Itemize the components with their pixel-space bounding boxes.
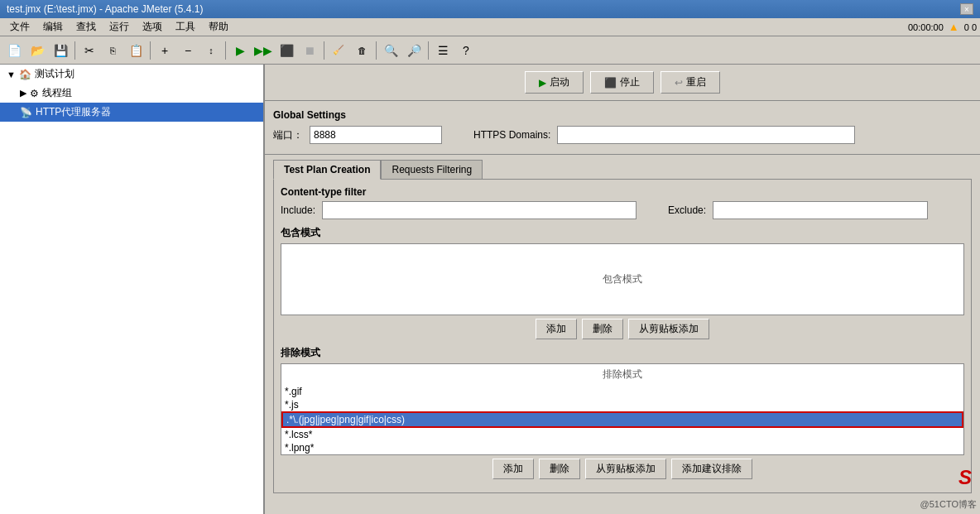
exclude-list-item-0[interactable]: *.gif: [281, 385, 963, 398]
include-label: Include:: [281, 204, 315, 216]
https-domains-label: HTTPS Domains:: [473, 129, 550, 141]
include-paste-button[interactable]: 从剪贴板添加: [628, 319, 709, 339]
https-domains-input[interactable]: [557, 126, 855, 144]
tree-item-2[interactable]: 📡 HTTP代理服务器: [0, 103, 263, 122]
timer-display: 00:00:00: [908, 22, 944, 32]
exclude-mode-center-label: 排除模式: [281, 364, 963, 382]
menu-bar: 文件 编辑 查找 运行 选项 工具 帮助 00:00:00 ▲ 0 0: [0, 18, 980, 36]
menu-run[interactable]: 运行: [103, 18, 136, 36]
separator-1: [74, 41, 75, 60]
exclude-label: Exclude:: [668, 204, 706, 216]
port-row: 端口： HTTPS Domains:: [273, 126, 972, 144]
toolbar: 📄 📂 💾 ✂ ⎘ 📋 + − ↕ ▶ ▶▶ ⬛ ⏹ 🧹 🗑 🔍 🔎 ☰ ?: [0, 36, 980, 65]
tree-item-icon-1: ⚙: [30, 88, 39, 99]
tree-item-icon-2: 📡: [20, 107, 32, 118]
exclude-list-item-4[interactable]: *.lpng*: [281, 441, 963, 454]
tree-item-label-1: 线程组: [42, 86, 72, 100]
warning-icon: ▲: [949, 21, 959, 33]
list-button[interactable]: ☰: [432, 40, 454, 61]
include-mode-title: 包含模式: [281, 226, 964, 240]
tree-item-label-0: 测试计划: [35, 67, 74, 81]
exclude-delete-button[interactable]: 删除: [539, 459, 580, 479]
tree-item-0[interactable]: ▼ 🏠 测试计划: [0, 65, 263, 84]
exclude-mode-title: 排除模式: [281, 346, 964, 360]
shutdown-button[interactable]: ⏹: [299, 40, 320, 61]
exclude-paste-button[interactable]: 从剪贴板添加: [585, 459, 666, 479]
close-button[interactable]: ×: [960, 3, 973, 15]
help-button[interactable]: ?: [455, 40, 477, 61]
stop-action-button[interactable]: ⬛ 停止: [590, 71, 654, 94]
tree-item-label-2: HTTP代理服务器: [36, 105, 111, 119]
collapse-button[interactable]: −: [177, 40, 199, 61]
content-type-filter-title: Content-type filter: [281, 186, 964, 198]
tab-requests-filtering[interactable]: Requests Filtering: [381, 160, 483, 180]
title-bar: test.jmx (E:\test.jmx) - Apache JMeter (…: [0, 0, 980, 18]
exclude-suggest-button[interactable]: 添加建议排除: [671, 459, 752, 479]
new-button[interactable]: 📄: [3, 40, 25, 61]
title-text: test.jmx (E:\test.jmx) - Apache JMeter (…: [7, 3, 203, 15]
exclude-list-item-3[interactable]: *.lcss*: [281, 428, 963, 441]
paste-button[interactable]: 📋: [125, 40, 147, 61]
tree-panel: ▼ 🏠 测试计划 ▶ ⚙ 线程组 📡 HTTP代理服务器: [0, 65, 265, 514]
warning-count: 0 0: [964, 22, 977, 32]
blog-label: @51CTO博客: [920, 498, 977, 511]
main-layout: ▼ 🏠 测试计划 ▶ ⚙ 线程组 📡 HTTP代理服务器 ▶ 启动 ⬛ 停止: [0, 65, 980, 514]
content-type-filter-section: Content-type filter Include: Exclude:: [281, 186, 964, 219]
open-button[interactable]: 📂: [26, 40, 48, 61]
include-add-button[interactable]: 添加: [536, 319, 577, 339]
tree-item-icon-0: 🏠: [19, 69, 31, 80]
port-input[interactable]: [310, 126, 442, 144]
exclude-list-item-1[interactable]: *.js: [281, 398, 963, 411]
include-mode-listbox[interactable]: 包含模式: [281, 243, 964, 315]
restart-icon: ↩: [675, 77, 683, 89]
cut-button[interactable]: ✂: [79, 40, 100, 61]
exclude-add-button[interactable]: 添加: [492, 459, 534, 479]
menu-file[interactable]: 文件: [3, 18, 36, 36]
exclude-mode-section: 排除模式 排除模式 *.gif *.js .*\.(jpg|jpeg|png|g…: [281, 346, 964, 479]
start-label: 启动: [550, 75, 569, 89]
global-settings-section: Global Settings 端口： HTTPS Domains:: [265, 104, 980, 154]
separator-3: [225, 41, 226, 60]
tabs-container: Test Plan Creation Requests Filtering: [265, 155, 980, 180]
search2-button[interactable]: 🔎: [403, 40, 425, 61]
exclude-list-item-2[interactable]: .*\.(jpg|jpeg|png|gif|ico|css): [281, 411, 963, 428]
menu-edit[interactable]: 编辑: [36, 18, 70, 36]
clear-all-button[interactable]: 🗑: [351, 40, 372, 61]
separator-4: [324, 41, 324, 60]
restart-label: 重启: [686, 75, 706, 89]
run-button[interactable]: ▶: [229, 40, 251, 61]
divider-action: [265, 100, 980, 101]
clear-button[interactable]: 🧹: [328, 40, 349, 61]
stop-button[interactable]: ⬛: [276, 40, 297, 61]
separator-5: [376, 41, 377, 60]
separator-2: [150, 41, 151, 60]
tree-item-1[interactable]: ▶ ⚙ 线程组: [0, 84, 263, 103]
menu-tools[interactable]: 工具: [169, 18, 202, 36]
stop-icon: ⬛: [604, 77, 617, 89]
include-input[interactable]: [322, 201, 637, 219]
save-button[interactable]: 💾: [50, 40, 71, 61]
exclude-mode-listbox[interactable]: 排除模式 *.gif *.js .*\.(jpg|jpeg|png|gif|ic…: [281, 363, 964, 455]
global-settings-title: Global Settings: [273, 109, 972, 121]
tab-test-plan[interactable]: Test Plan Creation: [273, 160, 381, 180]
start-button[interactable]: ▶ 启动: [525, 71, 584, 94]
watermark: S: [958, 466, 972, 489]
toggle-button[interactable]: ↕: [200, 40, 222, 61]
search-button[interactable]: 🔍: [380, 40, 401, 61]
menu-help[interactable]: 帮助: [202, 18, 235, 36]
expand-button[interactable]: +: [154, 40, 175, 61]
include-mode-btn-row: 添加 删除 从剪贴板添加: [281, 319, 964, 339]
exclude-mode-btn-row: 添加 删除 从剪贴板添加 添加建议排除: [281, 459, 964, 479]
include-mode-section: 包含模式 包含模式 添加 删除 从剪贴板添加: [281, 226, 964, 339]
copy-button[interactable]: ⎘: [102, 40, 123, 61]
exclude-input[interactable]: [713, 201, 928, 219]
run-all-button[interactable]: ▶▶: [252, 40, 274, 61]
menu-find[interactable]: 查找: [70, 18, 103, 36]
restart-button[interactable]: ↩ 重启: [661, 71, 720, 94]
include-exclude-row: Include: Exclude:: [281, 201, 964, 219]
tab-test-plan-label: Test Plan Creation: [284, 164, 370, 175]
include-delete-button[interactable]: 删除: [582, 319, 623, 339]
include-mode-empty-text: 包含模式: [603, 272, 642, 286]
exclude-mode-center-text: 排除模式: [603, 367, 642, 382]
menu-options[interactable]: 选项: [136, 18, 169, 36]
